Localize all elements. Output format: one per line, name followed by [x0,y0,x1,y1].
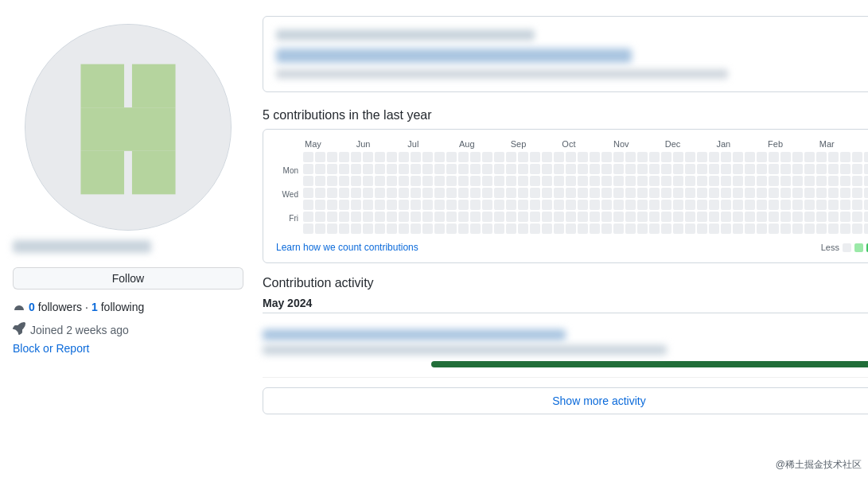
graph-cell [542,200,552,210]
graph-cell [303,200,313,210]
graph-cell [804,188,815,198]
graph-cell [721,188,731,198]
graph-cell [458,152,469,162]
graph-cell [637,188,648,198]
graph-cell [792,200,803,210]
graph-cell [506,212,516,222]
graph-cell [566,176,576,186]
graph-cell [685,188,695,198]
graph-cell [518,164,528,174]
followers-label: followers [38,301,82,313]
graph-cell [661,152,671,162]
graph-cell [852,200,862,210]
activity-item: ⇄ [263,320,868,378]
graph-cell [303,188,313,198]
graph-cell [339,152,349,162]
graph-cell [494,200,504,210]
graph-cell [375,212,385,222]
graph-cell [339,176,349,186]
graph-cell [601,200,612,210]
graph-cell [411,212,421,222]
svg-rect-4 [80,151,124,195]
graph-months: MayJunJulAugSepOctNovDecJanFebMarApr [305,139,868,149]
separator: · [85,301,88,313]
graph-cell [494,164,504,174]
graph-col [816,152,827,235]
graph-col [458,152,469,235]
graph-col [852,152,862,235]
graph-col [387,152,397,235]
graph-cell [828,176,839,186]
graph-cell [613,188,624,198]
graph-col [554,152,564,235]
graph-cell [363,223,373,234]
graph-cell [625,200,636,210]
graph-cell [470,200,481,210]
graph-cell [446,212,457,222]
graph-cell [721,223,731,234]
graph-cell [780,212,791,222]
graph-cell [804,164,815,174]
show-more-button[interactable]: Show more activity [263,387,868,414]
followers-count[interactable]: 0 [29,301,35,313]
following-count[interactable]: 1 [91,301,98,313]
graph-cell [482,152,492,162]
graph-cell [518,223,528,234]
graph-cell [399,200,409,210]
graph-col [590,152,600,235]
graph-cell [446,200,457,210]
graph-cell [840,176,850,186]
graph-col [518,152,528,235]
graph-cell [792,164,803,174]
graph-days: MonWedFri [276,152,298,235]
graph-cell [411,176,421,186]
graph-cell [590,164,600,174]
learn-contributions-link[interactable]: Learn how we count contributions [276,242,418,253]
graph-cell [458,188,469,198]
graph-cell [434,223,445,234]
graph-cell [399,212,409,222]
follow-button[interactable]: Follow [13,267,243,290]
graph-cell [530,223,540,234]
graph-cell [804,152,815,162]
graph-cell [852,188,862,198]
graph-cell [673,200,683,210]
block-report-link[interactable]: Block or Report [13,342,243,355]
graph-cell [828,212,839,222]
graph-cell [852,176,862,186]
graph-cell [590,223,600,234]
graph-cell [387,176,397,186]
graph-cell [542,188,552,198]
graph-cell [601,164,612,174]
graph-cell [709,152,719,162]
graph-cell [745,200,755,210]
graph-cell [757,176,767,186]
graph-cell [721,200,731,210]
graph-cell [518,200,528,210]
graph-cell [590,188,600,198]
graph-cell [315,223,325,234]
graph-cell [303,212,313,222]
month-label: Jul [407,139,459,149]
svg-rect-1 [80,64,124,108]
graph-cell [458,212,469,222]
graph-col [494,152,504,235]
graph-cell [816,212,827,222]
graph-cell [769,164,779,174]
graph-cell [590,152,600,162]
graph-cell [613,152,624,162]
activity-title: Contribution activity [263,276,868,290]
graph-cell [554,200,564,210]
graph-cell [315,212,325,222]
graph-cell [864,212,868,222]
month-label: Jan [716,139,768,149]
graph-cell [673,152,683,162]
graph-cell [661,176,671,186]
graph-col [697,152,707,235]
month-label: Mar [819,139,868,149]
graph-col [446,152,457,235]
graph-cell [327,200,337,210]
svg-rect-3 [80,107,175,151]
graph-cell [590,176,600,186]
graph-cell [494,176,504,186]
